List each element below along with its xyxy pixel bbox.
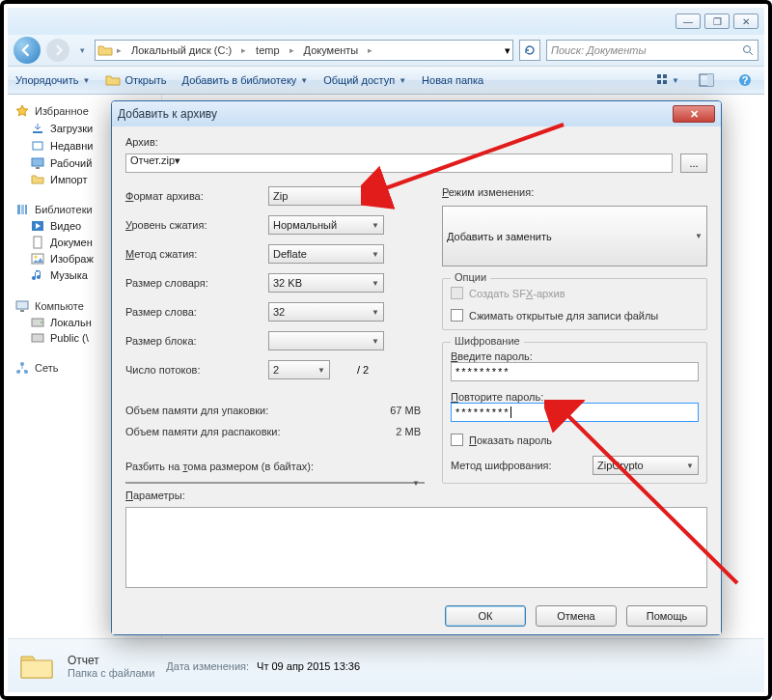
svg-rect-24 xyxy=(32,334,43,342)
threads-total: / 2 xyxy=(357,364,369,376)
svg-point-0 xyxy=(744,46,751,53)
details-modified-label: Дата изменения: xyxy=(166,660,249,672)
toolbar-open[interactable]: Открыть xyxy=(105,73,166,87)
toolbar-organize[interactable]: Упорядочить▼ xyxy=(15,74,90,86)
address-bar[interactable]: ▸ Локальный диск (C:) ▸ temp ▸ Документы… xyxy=(95,40,513,61)
svg-rect-10 xyxy=(33,142,42,150)
openfiles-ates-checkbox[interactable] xyxy=(451,309,463,322)
encryption-group: Шифрование Введите пароль: ********* Пов… xyxy=(442,342,707,484)
show-password-row[interactable]: Показать пароль xyxy=(451,434,699,446)
dialog-close-button[interactable]: ✕ xyxy=(673,105,715,123)
svg-rect-17 xyxy=(34,237,41,248)
address-dropdown-icon[interactable]: ▾ xyxy=(505,44,510,57)
library-icon xyxy=(15,203,29,216)
computer-icon xyxy=(15,299,29,313)
maximize-button[interactable]: ❐ xyxy=(704,14,730,29)
mode-select[interactable]: Добавить и заменить▼ xyxy=(442,206,707,266)
svg-rect-13 xyxy=(17,205,20,214)
browse-button[interactable]: ... xyxy=(680,154,707,173)
picture-icon xyxy=(31,253,44,265)
method-select[interactable]: Deflate▼ xyxy=(268,244,384,264)
params-input[interactable] xyxy=(125,507,707,588)
sfx-checkbox xyxy=(451,287,463,299)
archive-name-input[interactable]: Отчет.zip▾ xyxy=(125,154,673,173)
split-select[interactable]: ▼ xyxy=(125,482,425,484)
open-icon xyxy=(105,73,121,87)
toolbar-view-dropdown[interactable]: ▼ xyxy=(656,70,679,91)
breadcrumb-folder-2[interactable]: Документы xyxy=(298,42,365,59)
toolbar-new-folder[interactable]: Новая папка xyxy=(422,74,483,86)
password-repeat-input[interactable]: ********* xyxy=(451,403,699,422)
encmethod-select[interactable]: ZipCrypto▼ xyxy=(593,456,699,475)
svg-rect-11 xyxy=(32,158,43,166)
show-password-checkbox[interactable] xyxy=(451,434,463,446)
star-icon xyxy=(15,104,29,118)
cancel-button[interactable]: Отмена xyxy=(536,605,617,627)
sfx-checkbox-row: Создать SFX-архив xyxy=(451,287,699,299)
network-drive-icon xyxy=(31,333,44,343)
word-select[interactable]: 32▼ xyxy=(268,302,384,322)
ok-button[interactable]: ОК xyxy=(445,605,526,627)
chevron-down-icon: ▼ xyxy=(372,192,379,201)
options-group: Опции Создать SFX-архив Сжимать открытые… xyxy=(442,278,707,330)
svg-rect-21 xyxy=(20,310,24,312)
openfiles-label: Сжимать открытые для записи файлы xyxy=(469,310,658,322)
download-icon xyxy=(31,122,44,135)
options-group-title: Опции xyxy=(451,271,490,283)
toolbar-add-library[interactable]: Добавить в библиотеку▼ xyxy=(182,74,309,86)
close-button[interactable]: ✕ xyxy=(733,14,758,29)
dialog-titlebar: Добавить к архиву ✕ xyxy=(112,101,721,126)
svg-rect-20 xyxy=(16,301,28,309)
toolbar-share[interactable]: Общий доступ▼ xyxy=(323,74,406,86)
word-label: Размер слова: xyxy=(125,306,261,318)
block-select[interactable]: ▼ xyxy=(268,331,384,350)
svg-rect-15 xyxy=(25,205,27,214)
svg-rect-1 xyxy=(657,74,661,78)
dialog-button-row: ОК Отмена Помощь xyxy=(112,598,721,634)
drive-icon xyxy=(31,318,44,327)
unpack-mem-value: 2 MB xyxy=(396,426,421,437)
breadcrumb-drive[interactable]: Локальный диск (C:) xyxy=(125,42,237,59)
chevron-down-icon[interactable]: ▾ xyxy=(175,154,180,166)
help-button[interactable]: Помощь xyxy=(626,605,707,627)
password-repeat-label: Повторите пароль: xyxy=(451,391,699,403)
sfx-label: Создать SFX-архив xyxy=(469,288,565,299)
threads-select[interactable]: 2▼ xyxy=(268,360,330,379)
pack-mem-label: Объем памяти для упаковки: xyxy=(125,405,268,416)
details-item-type: Папка с файлами xyxy=(68,667,154,679)
split-label: Разбить на тома размером (в байтах): xyxy=(125,461,314,472)
minimize-button[interactable]: — xyxy=(676,14,701,29)
toolbar: Упорядочить▼ Открыть Добавить в библиоте… xyxy=(8,66,764,95)
openfiles-checkbox-row[interactable]: Сжимать открытые для записи файлы xyxy=(451,309,699,322)
archive-name-label: Архив: xyxy=(125,136,158,148)
password-input[interactable]: ********* xyxy=(451,362,699,381)
refresh-button[interactable] xyxy=(519,40,540,61)
network-icon xyxy=(15,361,29,375)
dialog-title: Добавить к архиву xyxy=(118,107,673,121)
details-modified-value: Чт 09 апр 2015 13:36 xyxy=(257,660,360,672)
breadcrumb-folder-1[interactable]: temp xyxy=(250,42,285,59)
search-icon xyxy=(742,44,754,56)
format-select[interactable]: Zip▼ xyxy=(268,186,384,206)
format-label: Формат архива: xyxy=(125,190,261,202)
svg-rect-3 xyxy=(657,80,661,84)
search-input[interactable]: Поиск: Документы xyxy=(546,40,758,61)
level-label: Уровень сжатия: xyxy=(125,219,261,231)
details-item-name: Отчет xyxy=(68,654,154,667)
dict-select[interactable]: 32 KB▼ xyxy=(268,273,384,293)
toolbar-preview-pane[interactable] xyxy=(695,70,718,91)
svg-rect-12 xyxy=(36,167,40,169)
unpack-mem-label: Объем памяти для распаковки: xyxy=(125,426,281,437)
svg-point-23 xyxy=(41,322,42,323)
encryption-group-title: Шифрование xyxy=(451,335,524,347)
back-button[interactable] xyxy=(14,37,41,64)
forward-button[interactable] xyxy=(46,39,69,62)
level-select[interactable]: Нормальный▼ xyxy=(268,215,384,235)
toolbar-help[interactable]: ? xyxy=(733,70,757,91)
svg-point-27 xyxy=(20,362,24,366)
threads-label: Число потоков: xyxy=(125,364,261,376)
svg-rect-9 xyxy=(33,131,42,133)
pack-mem-value: 67 MB xyxy=(390,405,421,416)
nav-history-dropdown[interactable]: ▾ xyxy=(75,41,89,60)
password-label: Введите пароль: xyxy=(451,350,699,362)
